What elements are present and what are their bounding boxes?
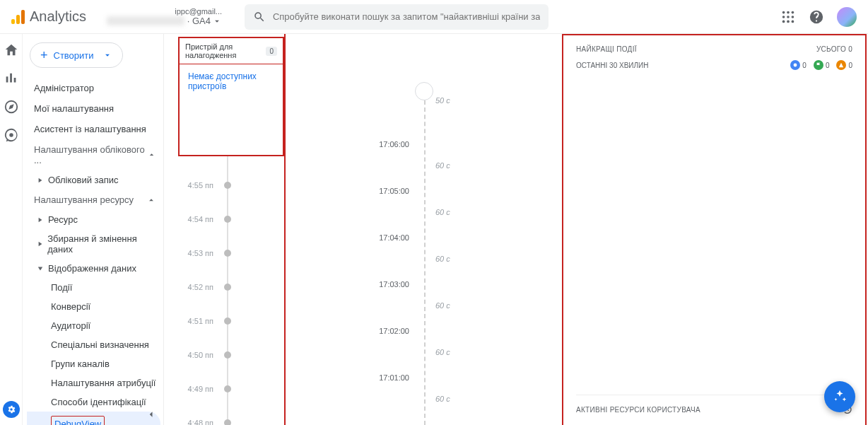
second-row: 17:04:00 (286, 233, 562, 242)
last-30-label: ОСТАННІ 30 ХВИЛИН (576, 62, 649, 69)
second-time-label: 17:05:00 (286, 187, 409, 195)
minute-row[interactable]: 4:55 пп (164, 168, 284, 202)
debug-device-count: 0 (266, 47, 277, 56)
subitem-debugview[interactable]: DebugView (27, 412, 160, 425)
admin-gear-button[interactable] (3, 401, 20, 418)
chevron-down-icon (212, 16, 222, 26)
section-resource-settings[interactable]: Налаштування ресурсу (27, 190, 160, 210)
minute-row[interactable]: 4:51 пп (164, 304, 284, 338)
flag-icon (816, 62, 821, 68)
error-icon (838, 62, 844, 68)
analytics-logo-icon (11, 10, 25, 24)
seconds-timeline: 50 с 17:06:0060 с17:05:0060 с17:04:0060 … (284, 34, 563, 425)
svg-point-9 (9, 133, 13, 137)
minute-dot-icon (224, 385, 231, 392)
minute-row[interactable]: 4:49 пп (164, 372, 284, 406)
user-avatar[interactable] (837, 7, 857, 27)
chevron-up-icon (147, 150, 156, 160)
debug-device-empty: Немає доступних пристроїв (188, 71, 257, 91)
second-row: 17:01:00 (286, 373, 562, 382)
home-icon[interactable] (4, 42, 19, 58)
debug-device-dropdown[interactable]: Пристрій для налагодження 0 Немає доступ… (178, 37, 284, 156)
svg-point-10 (794, 64, 797, 67)
second-time-label: 17:06:00 (286, 140, 409, 149)
property-suffix: · GA4 (187, 16, 211, 26)
minute-dot-icon (224, 284, 231, 291)
second-time-label: 17:03:00 (286, 280, 409, 289)
search-box[interactable] (245, 4, 549, 30)
minute-dot-icon (224, 182, 231, 189)
minute-dot-icon (224, 250, 231, 257)
events-summary-panel: НАЙКРАЩІ ПОДІЇ УСЬОГО 0 ОСТАННІ 30 ХВИЛИ… (563, 34, 867, 425)
second-time-label: 17:01:00 (286, 373, 409, 382)
collapse-sidebar-icon[interactable] (145, 408, 158, 421)
property-name-blurred (107, 16, 184, 25)
sec-gap-label: 60 с (435, 348, 450, 356)
sec-gap-label: 60 с (435, 395, 450, 403)
reports-icon[interactable] (4, 71, 19, 86)
explore-icon[interactable] (4, 99, 19, 115)
help-icon[interactable] (809, 9, 824, 25)
tree-item-resource[interactable]: Ресурс (27, 210, 160, 229)
subitem-channel-groups[interactable]: Групи каналів (27, 354, 160, 373)
minute-row[interactable]: 4:53 пп (164, 236, 284, 270)
subitem-events[interactable]: Події (27, 278, 160, 297)
property-picker[interactable]: ippc@gmail... · GA4 (96, 6, 228, 28)
svg-point-7 (787, 20, 790, 23)
sec-gap-label: 60 с (435, 255, 450, 263)
subitem-custom-definitions[interactable]: Спеціальні визначення (27, 335, 160, 354)
sidebar-item-my-settings[interactable]: Мої налаштування (27, 98, 160, 119)
apps-icon[interactable] (780, 9, 796, 25)
section-account-settings[interactable]: Налаштування облікового ... (27, 139, 160, 170)
tree-item-data-display[interactable]: Відображення даних (27, 259, 160, 278)
svg-point-3 (782, 16, 785, 18)
sidebar-item-setup-assistant[interactable]: Асистент із налаштування (27, 119, 160, 139)
tree-item-account[interactable]: Обліковий запис (27, 170, 160, 190)
subitem-identity[interactable]: Способи ідентифікації (27, 392, 160, 412)
minute-label: 4:52 пп (164, 283, 221, 291)
second-row: 17:02:00 (286, 327, 562, 335)
chip-general-events: 0 (790, 60, 807, 70)
triangle-down-icon (37, 266, 43, 272)
sec-gap-label: 60 с (435, 161, 450, 170)
timeline-head-circle (415, 82, 433, 100)
minute-row[interactable]: 4:52 пп (164, 270, 284, 304)
advertising-icon[interactable] (4, 127, 19, 143)
minute-label: 4:55 пп (164, 181, 221, 190)
chevron-down-icon (102, 50, 112, 60)
minute-label: 4:49 пп (164, 385, 221, 393)
sec-gap-label: 60 с (435, 301, 450, 310)
minute-label: 4:50 пп (164, 351, 221, 359)
second-time-label: 17:02:00 (286, 327, 409, 335)
subitem-conversions[interactable]: Конверсії (27, 297, 160, 316)
create-button[interactable]: + Створити (30, 42, 123, 68)
sidebar-item-admin[interactable]: Адміністратор (27, 78, 160, 98)
minute-label: 4:51 пп (164, 317, 221, 325)
app-header: Analytics ippc@gmail... · GA4 (0, 0, 868, 34)
svg-point-5 (792, 16, 794, 18)
event-icon (792, 62, 798, 68)
sparkle-gear-icon (832, 389, 848, 404)
total-label: УСЬОГО 0 (816, 45, 852, 53)
minute-row[interactable]: 4:54 пп (164, 202, 284, 236)
minute-label: 4:54 пп (164, 215, 221, 223)
minute-row[interactable]: 4:48 пп (164, 406, 284, 425)
minute-dot-icon (224, 318, 231, 325)
chevron-up-icon (146, 195, 156, 205)
minute-row[interactable]: 4:50 пп (164, 338, 284, 372)
account-email: ippc@gmail... (102, 7, 222, 16)
search-input[interactable] (273, 11, 540, 22)
tree-item-data-collection[interactable]: Збирання й змінення даних (27, 229, 160, 259)
svg-point-0 (782, 11, 785, 13)
product-name: Analytics (30, 8, 86, 25)
svg-point-4 (787, 16, 790, 18)
create-label: Створити (54, 50, 94, 61)
subitem-attribution-settings[interactable]: Налаштування атрибуції (27, 373, 160, 392)
debug-device-label: Пристрій для налагодження (185, 42, 266, 59)
svg-point-6 (782, 20, 785, 23)
subitem-audiences[interactable]: Аудиторії (27, 316, 160, 335)
search-icon (253, 11, 266, 23)
sec-gap-label: 60 с (435, 208, 450, 216)
insights-fab[interactable] (824, 381, 855, 412)
second-row: 17:05:00 (286, 187, 562, 195)
